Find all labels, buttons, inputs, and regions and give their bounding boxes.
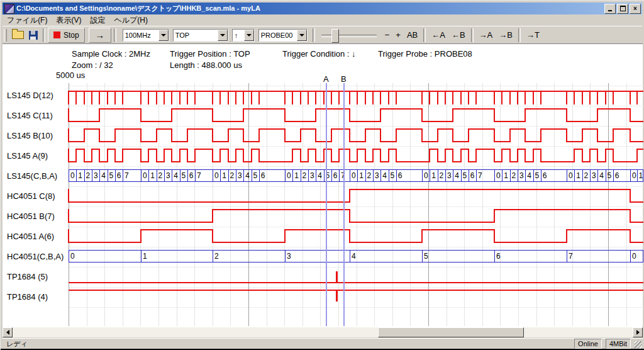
scroll-right-button[interactable] xyxy=(633,327,643,337)
channel-label-0: LS145 D(12) xyxy=(7,91,53,100)
dropdown-arrow-button[interactable] xyxy=(218,30,228,41)
toolbar-separator xyxy=(423,28,426,42)
jump-back-button-1[interactable]: ←B xyxy=(448,28,469,42)
app-window: C:\Documents and Settings\noname\デスクトップ\… xyxy=(0,0,644,350)
trigger-position-value: TOP xyxy=(174,30,218,41)
run-arrow-icon: → xyxy=(95,30,104,40)
jump-fwd-button-1[interactable]: →B xyxy=(496,28,516,42)
trigger-edge-value: ↑ xyxy=(233,30,244,41)
scroll-left-icon xyxy=(6,330,9,335)
channel-label-7: HC4051 A(6) xyxy=(7,232,54,241)
zoom-slider[interactable] xyxy=(321,28,377,42)
close-button[interactable]: × xyxy=(630,4,641,14)
dropdown-arrow-button[interactable] xyxy=(158,30,169,41)
toolbar-separator xyxy=(518,28,521,42)
status-bar: レディ Online 4MBit xyxy=(3,338,643,349)
zoom-button-2[interactable]: AB xyxy=(404,28,421,42)
scroll-right-icon xyxy=(636,330,640,335)
resize-grip[interactable] xyxy=(635,341,642,349)
toolbar-separator xyxy=(313,28,315,42)
channel-label-1: LS145 C(11) xyxy=(7,111,53,120)
open-file-button[interactable] xyxy=(9,28,26,42)
channel-label-5: HC4051 C(8) xyxy=(7,191,55,201)
channel-label-3: LS145 A(9) xyxy=(7,151,48,161)
scroll-left-button[interactable] xyxy=(3,327,13,337)
info-zoom: Zoom : / 32 xyxy=(72,60,113,70)
status-memory-badge: 4MBit xyxy=(606,339,631,349)
open-folder-icon xyxy=(12,31,24,39)
channel-label-10: TP1684 (4) xyxy=(7,292,48,302)
status-online-badge: Online xyxy=(574,339,602,349)
run-button[interactable]: → xyxy=(89,28,111,43)
menu-item-2[interactable]: 設定 xyxy=(86,14,109,26)
info-trigger-probe: Trigger Probe : PROBE08 xyxy=(378,49,472,59)
chevron-down-icon xyxy=(161,34,166,37)
waveform-panel xyxy=(3,43,643,327)
chevron-down-icon xyxy=(220,34,225,37)
channel-label-9: TP1684 (5) xyxy=(7,272,48,281)
chevron-down-icon xyxy=(247,34,252,37)
stop-icon xyxy=(53,31,60,38)
trigger-position-select[interactable]: TOP xyxy=(173,29,228,42)
zoom-button-0[interactable]: − xyxy=(382,28,393,42)
info-trigger-position: Trigger Position : TOP xyxy=(170,49,250,59)
zoom-button-1[interactable]: + xyxy=(392,28,404,42)
title-bar[interactable]: C:\Documents and Settings\noname\デスクトップ\… xyxy=(3,3,642,14)
window-title: C:\Documents and Settings\noname\デスクトップ\… xyxy=(16,4,602,13)
jump-fwd-button-0[interactable]: →A xyxy=(476,28,496,42)
info-trigger-condition: Trigger Condition : ↓ xyxy=(282,49,356,59)
minimize-button[interactable] xyxy=(604,4,616,14)
channel-label-8: HC4051(C,B,A) xyxy=(7,252,64,261)
status-ready-text: レディ xyxy=(3,339,574,349)
scrollbar-thumb[interactable] xyxy=(378,327,524,337)
trigger-edge-select[interactable]: ↑ xyxy=(232,29,255,42)
close-icon: × xyxy=(633,5,637,12)
menu-item-1[interactable]: 表示(V) xyxy=(52,14,86,26)
stop-button[interactable]: Stop xyxy=(48,28,85,43)
sample-clock-select[interactable]: 100MHz xyxy=(123,29,169,42)
toolbar-grip xyxy=(4,29,7,42)
channel-label-4: LS145(C,B,A) xyxy=(7,171,57,181)
menu-item-3[interactable]: ヘルプ(H) xyxy=(109,14,152,26)
sample-clock-value: 100MHz xyxy=(123,30,158,41)
window-controls: × xyxy=(604,4,641,14)
chevron-down-icon xyxy=(299,34,304,37)
menu-bar: ファイル(F)表示(V)設定ヘルプ(H) xyxy=(3,14,642,26)
info-sample-clock: Sample Clock : 2MHz xyxy=(72,49,150,59)
dropdown-arrow-button[interactable] xyxy=(244,30,254,41)
channel-label-6: HC4051 B(7) xyxy=(7,212,55,221)
channel-label-2: LS145 B(10) xyxy=(7,131,53,140)
time-scale-label: 5000 us xyxy=(56,71,85,80)
stop-button-label: Stop xyxy=(64,31,79,40)
trigger-probe-select[interactable]: PROBE00 xyxy=(258,29,308,42)
info-length: Length : 488.000 us xyxy=(170,60,242,70)
minimize-icon xyxy=(608,10,612,11)
save-floppy-icon xyxy=(29,31,38,40)
menu-item-0[interactable]: ファイル(F) xyxy=(3,14,52,26)
zoom-slider-thumb[interactable] xyxy=(331,29,339,43)
toolbar-separator xyxy=(471,28,474,42)
save-file-button[interactable] xyxy=(26,28,40,42)
horizontal-scrollbar[interactable] xyxy=(3,327,643,337)
toolbar-separator xyxy=(43,28,45,42)
toolbar: Stop → 100MHz TOP ↑ PROBE00 −+AB←A←B→A→B… xyxy=(3,26,642,43)
app-icon xyxy=(4,4,14,14)
dropdown-arrow-button[interactable] xyxy=(297,30,307,41)
maximize-icon xyxy=(620,6,626,11)
maximize-button[interactable] xyxy=(617,4,628,14)
toolbar-separator xyxy=(114,28,116,42)
jump-trigger-button-0[interactable]: →T xyxy=(523,28,543,42)
trigger-probe-value: PROBE00 xyxy=(259,30,297,41)
zoom-slider-track xyxy=(321,35,377,37)
jump-back-button-0[interactable]: ←A xyxy=(428,28,448,42)
